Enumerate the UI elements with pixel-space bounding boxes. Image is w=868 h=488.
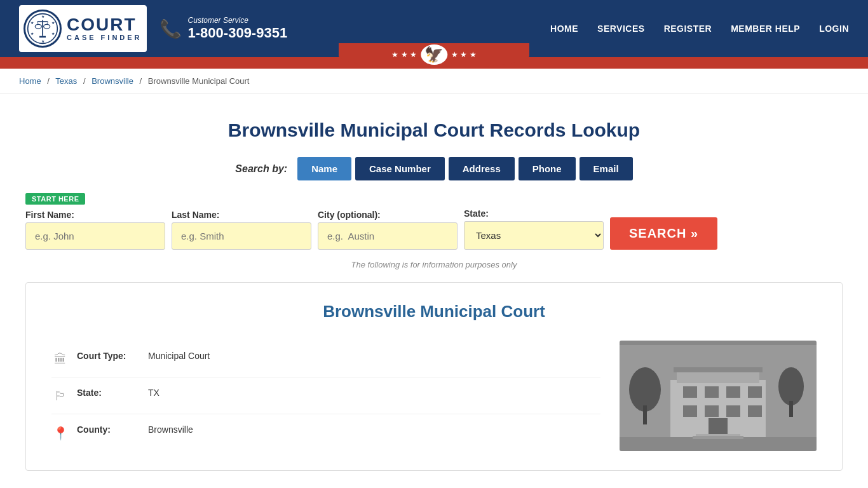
last-name-group: Last Name: [172,210,311,250]
svg-text:★: ★ [31,32,34,36]
logo-case-finder-label: CASE FINDER [67,34,142,41]
court-type-label: Court Type: [77,351,140,361]
svg-rect-23 [705,386,719,398]
svg-rect-29 [748,405,762,417]
nav-login[interactable]: LOGIN [819,24,849,34]
nav-member-help[interactable]: MEMBER HELP [731,24,800,34]
tab-address[interactable]: Address [449,157,515,180]
city-group: City (optional): [318,210,458,250]
svg-rect-16 [643,405,647,424]
svg-rect-22 [683,386,697,398]
svg-rect-26 [683,405,697,417]
state-group: State: Texas Alabama Alaska California F… [464,208,604,250]
tab-case-number[interactable]: Case Number [355,157,445,180]
breadcrumb-brownsville[interactable]: Brownsville [92,76,133,86]
cs-phone: 1-800-309-9351 [188,25,288,41]
first-name-group: First Name: [25,210,165,250]
last-name-label: Last Name: [172,210,311,220]
tab-phone[interactable]: Phone [519,157,576,180]
court-card-title: Brownsville Municipal Court [51,302,817,322]
breadcrumb: Home / Texas / Brownsville / Brownsville… [0,69,868,94]
court-type-icon: 🏛 [51,352,69,367]
court-card: Brownsville Municipal Court 🏛 Court Type… [25,282,843,471]
state-select[interactable]: Texas Alabama Alaska California Florida [464,221,604,250]
header-left: ★ ★ ★ ★ ★ ★ COURT CASE [19,5,287,52]
phone-icon: 📞 [159,18,182,39]
svg-rect-8 [37,21,48,22]
svg-text:★: ★ [51,32,55,36]
city-input[interactable] [318,222,458,250]
search-button[interactable]: SEARCH » [610,217,717,250]
breadcrumb-texas[interactable]: Texas [55,76,77,86]
search-by-row: Search by: Name Case Number Address Phon… [25,157,843,180]
page-title: Brownsville Municipal Court Records Look… [25,119,843,141]
logo-box: ★ ★ ★ ★ ★ ★ COURT CASE [19,5,147,52]
court-image [620,341,817,451]
logo-text: COURT CASE FINDER [67,16,142,41]
svg-point-15 [629,367,661,412]
county-row: 📍 County: Brownsville [51,414,600,451]
state-label-detail: State: [77,388,140,398]
svg-rect-25 [748,386,762,398]
svg-rect-13 [39,36,46,38]
start-here-badge: START HERE [25,193,85,205]
breadcrumb-current: Brownsville Municipal Court [148,76,250,86]
info-note: The following is for information purpose… [25,260,843,269]
state-value: TX [148,388,159,398]
tab-name[interactable]: Name [297,157,351,180]
logo-emblem: ★ ★ ★ ★ ★ ★ [24,10,62,48]
svg-point-17 [778,367,804,405]
first-name-input[interactable] [25,222,165,250]
state-icon: 🏳 [51,389,69,403]
nav-register[interactable]: REGISTER [664,24,712,34]
wave-banner: ★ ★ ★ 🦅 ★ ★ ★ [0,57,868,69]
eagle-container: ★ ★ ★ 🦅 ★ ★ ★ [391,44,476,65]
court-type-row: 🏛 Court Type: Municipal Court [51,341,600,377]
main-nav: HOME SERVICES REGISTER MEMBER HELP LOGIN [550,24,849,34]
customer-service: 📞 Customer Service 1-800-309-9351 [159,16,288,41]
breadcrumb-home[interactable]: Home [19,76,41,86]
svg-text:★: ★ [31,21,34,25]
svg-text:★: ★ [41,15,44,18]
svg-rect-28 [726,405,740,417]
city-label: City (optional): [318,210,458,220]
last-name-input[interactable] [172,222,311,250]
main-content: Brownsville Municipal Court Records Look… [0,94,868,484]
logo-court-label: COURT [67,16,142,34]
court-type-value: Municipal Court [148,351,210,361]
stars-row: ★ ★ ★ 🦅 ★ ★ ★ [391,44,476,65]
svg-rect-7 [42,20,43,36]
svg-rect-21 [674,367,763,372]
search-form-area: START HERE First Name: Last Name: City (… [25,193,843,250]
nav-home[interactable]: HOME [550,24,578,34]
svg-text:★: ★ [41,39,44,43]
svg-rect-24 [726,386,740,398]
first-name-label: First Name: [25,210,165,220]
court-card-body: 🏛 Court Type: Municipal Court 🏳 State: T… [51,341,817,451]
county-label: County: [77,424,140,435]
svg-rect-33 [693,436,743,439]
tab-email[interactable]: Email [580,157,633,180]
search-by-label: Search by: [235,163,287,175]
cs-text: Customer Service 1-800-309-9351 [188,16,288,41]
court-info: 🏛 Court Type: Municipal Court 🏳 State: T… [51,341,600,451]
nav-services[interactable]: SERVICES [597,24,645,34]
form-row: First Name: Last Name: City (optional): … [25,208,843,250]
cs-label: Customer Service [188,16,288,25]
svg-rect-18 [789,401,793,417]
state-label: State: [464,208,604,219]
county-icon: 📍 [51,426,69,441]
svg-text:★: ★ [51,21,55,25]
svg-point-10 [44,24,50,29]
county-value: Brownsville [148,424,193,435]
svg-rect-27 [705,405,719,417]
state-row: 🏳 State: TX [51,377,600,414]
svg-point-9 [35,24,41,29]
